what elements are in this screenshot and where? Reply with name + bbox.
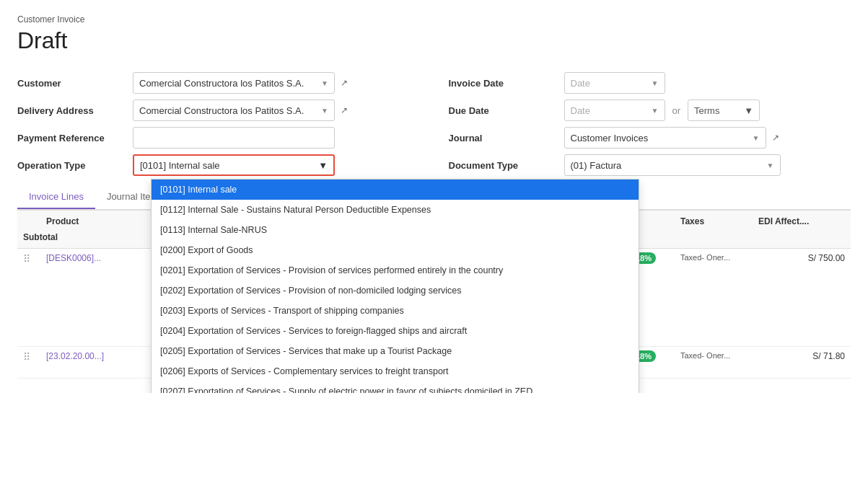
drag-handle[interactable]: ⠿ [23, 253, 40, 265]
subtotal-cell: S/ 750.00 [758, 253, 845, 263]
page-subtitle: Customer Invoice [17, 14, 851, 25]
document-type-value-container: (01) Factura ▼ [564, 154, 851, 176]
journal-row: Journal Customer Invoices ▼ ↗ [449, 126, 851, 149]
terms-arrow: ▼ [744, 105, 753, 116]
or-text: or [672, 105, 681, 116]
dropdown-item[interactable]: [0201] Exportation of Services - Provisi… [152, 260, 639, 280]
customer-row: Customer Comercial Constructora los Pati… [17, 71, 434, 94]
customer-value-container: Comercial Constructora los Patitos S.A. … [133, 72, 434, 94]
dropdown-item[interactable]: [0204] Exportation of Services - Service… [152, 321, 639, 341]
col-edi-header: EDI Affect.... [758, 216, 845, 226]
due-date-label: Due Date [449, 105, 564, 116]
due-date-row: Due Date Date ▼ or Terms ▼ [449, 99, 851, 122]
journal-label: Journal [449, 133, 564, 143]
delivery-external-link[interactable]: ↗ [341, 105, 348, 115]
form-left: Customer Comercial Constructora los Pati… [17, 71, 434, 177]
dropdown-item[interactable]: [0200] Export of Goods [152, 240, 639, 260]
invoice-date-arrow: ▼ [652, 79, 659, 87]
operation-type-input[interactable]: [0101] Internal sale ▼ [133, 154, 335, 176]
col-drag [23, 216, 40, 226]
invoice-date-value-container: Date ▼ [564, 72, 851, 94]
journal-input[interactable]: Customer Invoices ▼ [564, 127, 766, 149]
col-taxes-header: Taxes [680, 216, 753, 226]
terms-input[interactable]: Terms ▼ [688, 100, 760, 121]
document-type-input[interactable]: (01) Factura ▼ [564, 154, 781, 176]
due-date-arrow: ▼ [652, 107, 659, 115]
document-type-dropdown-arrow: ▼ [767, 162, 774, 169]
product-cell[interactable]: [DESK0006]... [46, 253, 162, 263]
document-type-row: Document Type (01) Factura ▼ [449, 154, 851, 177]
journal-dropdown-arrow: ▼ [753, 134, 760, 142]
delivery-address-row: Delivery Address Comercial Constructora … [17, 99, 434, 122]
delivery-label: Delivery Address [17, 105, 133, 116]
delivery-value-container: Comercial Constructora los Patitos S.A. … [133, 100, 434, 121]
customer-input[interactable]: Comercial Constructora los Patitos S.A. … [133, 72, 335, 94]
document-type-label: Document Type [449, 160, 564, 171]
journal-value-container: Customer Invoices ▼ ↗ [564, 127, 851, 149]
operation-type-dropdown-arrow: ▼ [318, 160, 328, 171]
due-date-value-container: Date ▼ or Terms ▼ [564, 100, 851, 121]
dropdown-item[interactable]: [0206] Exports of Services - Complementa… [152, 361, 639, 381]
dropdown-item[interactable]: [0207] Exportation of Services - Supply … [152, 381, 639, 393]
customer-dropdown-arrow: ▼ [321, 79, 328, 87]
invoice-date-label: Invoice Date [449, 78, 564, 89]
payment-ref-value-container [133, 127, 434, 149]
dropdown-item[interactable]: [0101] Internal sale [152, 180, 639, 200]
operation-type-label: Operation Type [17, 160, 133, 171]
journal-external-link[interactable]: ↗ [772, 133, 779, 143]
payment-ref-row: Payment Reference [17, 126, 434, 149]
product-cell[interactable]: [23.02.20.00...] [46, 351, 162, 361]
invoice-date-input[interactable]: Date ▼ [564, 72, 665, 94]
col-product-header: Product [46, 216, 162, 226]
dropdown-item[interactable]: [0202] Exportation of Services - Provisi… [152, 280, 639, 301]
dropdown-item[interactable]: [0112] Internal Sale - Sustains Natural … [152, 200, 639, 220]
drag-handle[interactable]: ⠿ [23, 351, 40, 363]
operation-type-dropdown: [0101] Internal sale [0112] Internal Sal… [151, 179, 639, 393]
page-title: Draft [17, 27, 851, 54]
tax-cell: Taxed- Oner... [680, 351, 753, 360]
dropdown-scroll-area[interactable]: [0101] Internal sale [0112] Internal Sal… [152, 180, 639, 393]
invoice-date-row: Invoice Date Date ▼ [449, 71, 851, 94]
payment-ref-input[interactable] [133, 127, 335, 149]
tab-invoice-lines[interactable]: Invoice Lines [17, 185, 95, 209]
operation-type-value-container: [0101] Internal sale ▼ [133, 154, 434, 176]
operation-type-row: Operation Type [0101] Internal sale ▼ [17, 154, 434, 177]
dropdown-item[interactable]: [0205] Exportation of Services - Service… [152, 341, 639, 361]
col-subtotal-header: Subtotal [23, 232, 40, 242]
due-date-input[interactable]: Date ▼ [564, 100, 665, 121]
customer-label: Customer [17, 78, 133, 89]
customer-external-link[interactable]: ↗ [341, 78, 348, 88]
subtotal-cell: S/ 71.80 [758, 351, 845, 361]
form-right: Invoice Date Date ▼ Due Date Date ▼ or [434, 71, 851, 177]
dropdown-item[interactable]: [0113] Internal Sale-NRUS [152, 220, 639, 240]
dropdown-item[interactable]: [0203] Exports of Services - Transport o… [152, 301, 639, 321]
delivery-dropdown-arrow: ▼ [321, 107, 328, 115]
delivery-input[interactable]: Comercial Constructora los Patitos S.A. … [133, 100, 335, 121]
tax-cell: Taxed- Oner... [680, 253, 753, 262]
payment-ref-label: Payment Reference [17, 133, 133, 143]
